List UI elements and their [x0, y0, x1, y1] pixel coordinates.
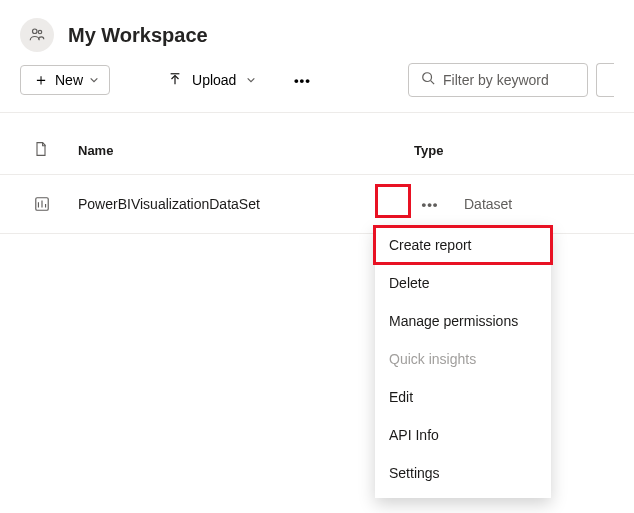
search-box[interactable] [408, 63, 588, 97]
svg-point-2 [423, 73, 432, 82]
ellipsis-icon: ••• [294, 73, 311, 88]
table-header: Name Type [0, 113, 634, 175]
menu-item-edit[interactable]: Edit [375, 378, 551, 416]
row-name: PowerBIVisualizationDataSet [78, 196, 414, 212]
row-more-button[interactable]: ••• [414, 189, 446, 219]
toolbar: ＋ New Upload ••• [0, 60, 634, 113]
column-name-header[interactable]: Name [78, 143, 414, 158]
new-button-label: New [55, 72, 83, 88]
workspace-title: My Workspace [68, 24, 208, 47]
menu-item-delete[interactable]: Delete [375, 264, 551, 302]
workspace-icon [20, 18, 54, 52]
dataset-icon [34, 196, 78, 212]
svg-point-1 [38, 30, 41, 33]
workspace-header: My Workspace [0, 0, 634, 60]
column-type-header[interactable]: Type [414, 143, 614, 158]
search-area [408, 63, 614, 97]
menu-item-api-info[interactable]: API Info [375, 416, 551, 454]
menu-item-settings[interactable]: Settings [375, 454, 551, 492]
toolbar-more-button[interactable]: ••• [286, 64, 318, 96]
new-button[interactable]: ＋ New [20, 65, 110, 95]
row-type-label: Dataset [464, 196, 512, 212]
column-icon-header [34, 141, 78, 160]
toolbar-extra-button[interactable] [596, 63, 614, 97]
menu-item-manage-permissions[interactable]: Manage permissions [375, 302, 551, 340]
menu-item-create-report[interactable]: Create report [375, 226, 551, 264]
plus-icon: ＋ [33, 72, 49, 88]
ellipsis-icon: ••• [422, 197, 439, 212]
search-input[interactable] [443, 72, 575, 88]
upload-button[interactable]: Upload [158, 66, 266, 95]
menu-item-quick-insights: Quick insights [375, 340, 551, 378]
upload-icon [168, 72, 182, 89]
upload-button-label: Upload [192, 72, 236, 88]
file-icon [34, 141, 48, 160]
chevron-down-icon [89, 72, 99, 88]
context-menu: Create report Delete Manage permissions … [375, 226, 551, 498]
svg-point-0 [33, 29, 38, 34]
search-icon [421, 71, 435, 89]
chevron-down-icon [246, 72, 256, 88]
row-type-area: ••• Dataset [414, 189, 614, 219]
